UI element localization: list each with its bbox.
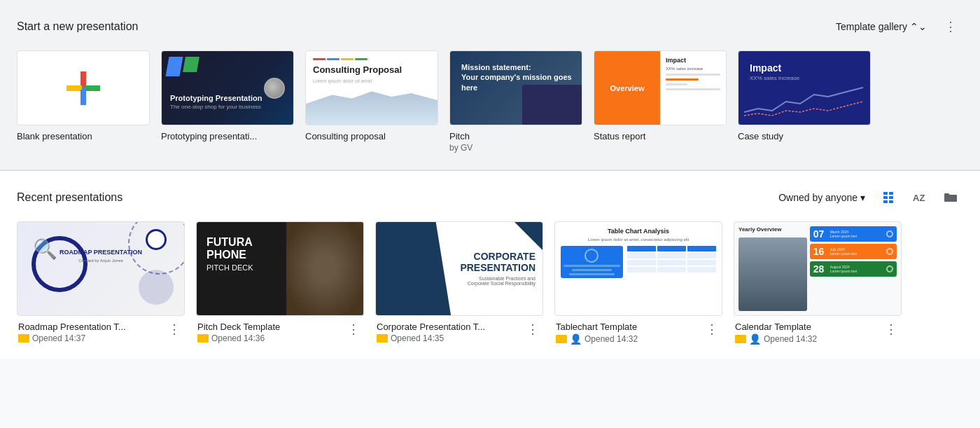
sort-button[interactable]: AZ bbox=[907, 185, 932, 210]
proto-medal bbox=[264, 78, 285, 99]
tc-cell-3-3 bbox=[687, 267, 716, 272]
roadmap-more-button[interactable]: ⋮ bbox=[165, 322, 183, 337]
tc-row-header bbox=[627, 246, 716, 251]
corp-sub-text: Sustainable Practices and Corporate Soci… bbox=[458, 276, 536, 286]
tc-cell-3-2 bbox=[657, 267, 686, 272]
consulting-title: Consulting Proposal bbox=[313, 64, 430, 76]
sort-icon: AZ bbox=[913, 192, 927, 203]
recent-corporate[interactable]: CORPORATE PRESENTATION Sustainable Pract… bbox=[375, 221, 543, 345]
list-view-button[interactable] bbox=[876, 185, 902, 210]
corp-left-panel bbox=[376, 222, 451, 315]
more-options-icon: ⋮ bbox=[944, 19, 957, 34]
folder-icon bbox=[944, 191, 958, 204]
status-right-panel: Impact XX% sales increase bbox=[660, 51, 726, 125]
yearly-photo bbox=[738, 237, 807, 311]
yearly-more-button[interactable]: ⋮ bbox=[882, 322, 900, 337]
corporate-opened: Opened 14:35 bbox=[391, 333, 444, 343]
tablechart-info-left: Tablechart Template 👤 Opened 14:32 bbox=[556, 322, 638, 345]
status-thumb: Overview Impact XX% sales increase bbox=[594, 50, 727, 125]
svg-rect-4 bbox=[85, 85, 100, 91]
case-impact-sub: XX% sales increase bbox=[750, 75, 799, 81]
status-label: Status report bbox=[594, 131, 727, 141]
template-gallery-button[interactable]: Template gallery ⌃⌄ bbox=[830, 17, 932, 36]
bottom-header: Recent presentations Owned by anyone ▾ bbox=[17, 185, 963, 210]
yearly-meta: 👤 Opened 14:32 bbox=[735, 333, 817, 345]
proto-shape-green bbox=[183, 57, 200, 72]
roadmap-title-text: Roadmap Presentation T... bbox=[18, 322, 126, 332]
recent-yearly[interactable]: Yearly Overview 07 March 2024Lorem ipsum… bbox=[734, 221, 902, 345]
top-section: Start a new presentation Template galler… bbox=[0, 0, 980, 170]
tc-cell-1-1 bbox=[627, 253, 656, 258]
recent-tablechart[interactable]: Table Chart Analysis Lorem ipsum dolor s… bbox=[554, 221, 722, 345]
blank-thumb bbox=[17, 50, 150, 125]
more-options-button[interactable]: ⋮ bbox=[938, 14, 963, 39]
roadmap-sub: Created by Anjun Jones bbox=[18, 258, 184, 263]
corporate-info: Corporate Presentation T... Opened 14:35… bbox=[375, 322, 543, 343]
case-chart-svg bbox=[744, 84, 863, 119]
slides-icon-tablechart bbox=[556, 335, 567, 343]
tc-cell-1-2 bbox=[657, 253, 686, 258]
consulting-label: Consulting proposal bbox=[305, 131, 438, 141]
roadmap-meta: Opened 14:37 bbox=[18, 333, 126, 343]
blank-label: Blank presentation bbox=[17, 131, 150, 141]
pitchdeck-meta: Opened 14:36 bbox=[197, 333, 280, 343]
roadmap-opened: Opened 14:37 bbox=[32, 333, 85, 343]
pitchdeck-more-button[interactable]: ⋮ bbox=[344, 322, 363, 337]
svg-rect-7 bbox=[889, 192, 893, 195]
yearly-card-07: 07 March 2024Lorem ipsum text bbox=[810, 226, 897, 242]
template-status[interactable]: Overview Impact XX% sales increase Statu… bbox=[594, 50, 727, 153]
tc-cell-3-1 bbox=[627, 267, 656, 272]
tablechart-meta: 👤 Opened 14:32 bbox=[556, 333, 638, 345]
yearly-card-28: 28 August 2024Lorem ipsum text bbox=[810, 261, 897, 277]
tc-cell-2-1 bbox=[627, 260, 656, 265]
corporate-info-left: Corporate Presentation T... Opened 14:35 bbox=[377, 322, 485, 343]
corporate-more-button[interactable]: ⋮ bbox=[524, 322, 542, 337]
yearly-num-16: 16 bbox=[813, 246, 827, 257]
roadmap-circle-dot bbox=[139, 270, 174, 305]
recent-grid: 🔍 ROADMAP PRESENTATION Created by Anjun … bbox=[17, 221, 963, 345]
roadmap-title: ROADMAP PRESENTATION bbox=[18, 249, 184, 256]
bar-red bbox=[313, 58, 326, 60]
pitchdeck-title-text: FUTURAPHONEPITCH DECK bbox=[206, 236, 253, 273]
templates-grid: Blank presentation Prototyping Presentat… bbox=[17, 50, 963, 153]
template-pitch[interactable]: Mission statement: Your company's missio… bbox=[449, 50, 582, 153]
template-casestudy[interactable]: Impact XX% sales increase Case study bbox=[738, 50, 871, 153]
slides-icon-corporate bbox=[377, 334, 388, 343]
svg-rect-9 bbox=[889, 196, 893, 199]
roadmap-circle-small bbox=[146, 229, 167, 250]
pitchdeck-subtitle-text: PITCH DECK bbox=[206, 263, 253, 272]
slides-icon-yearly bbox=[735, 335, 746, 343]
yearly-card-16-text: July 2024Lorem ipsum text bbox=[830, 247, 857, 256]
template-prototyping[interactable]: Prototyping Presentation The one-stop sh… bbox=[161, 50, 294, 153]
svg-rect-11 bbox=[889, 200, 893, 203]
yearly-card-28-text: August 2024Lorem ipsum text bbox=[830, 265, 857, 274]
folder-view-button[interactable] bbox=[938, 185, 963, 210]
pitchdeck-title-label: Pitch Deck Template bbox=[197, 322, 280, 332]
recent-roadmap[interactable]: 🔍 ROADMAP PRESENTATION Created by Anjun … bbox=[17, 221, 185, 345]
consulting-sub: Lorem ipsum dolor sit amet bbox=[313, 78, 430, 83]
status-impact-sub: XX% sales increase bbox=[666, 67, 720, 71]
pitchdeck-info: Pitch Deck Template Opened 14:36 ⋮ bbox=[196, 322, 364, 343]
yearly-card-07-text: March 2024Lorem ipsum text bbox=[830, 230, 857, 239]
template-blank[interactable]: Blank presentation bbox=[17, 50, 150, 153]
status-line-4 bbox=[666, 88, 720, 90]
template-consulting[interactable]: Consulting Proposal Lorem ipsum dolor si… bbox=[305, 50, 438, 153]
svg-rect-3 bbox=[66, 85, 82, 91]
yearly-photo-inner bbox=[738, 237, 807, 311]
status-line-2 bbox=[666, 78, 699, 81]
tablechart-more-button[interactable]: ⋮ bbox=[703, 322, 721, 337]
recent-pitchdeck[interactable]: FUTURAPHONEPITCH DECK Pitch Deck Templat… bbox=[196, 221, 364, 345]
tc-table bbox=[627, 246, 716, 278]
corporate-title-label: Corporate Presentation T... bbox=[377, 322, 485, 332]
prototyping-sub: The one-stop shop for your business bbox=[170, 104, 261, 110]
owned-by-filter[interactable]: Owned by anyone ▾ bbox=[773, 188, 871, 207]
status-left-panel: Overview bbox=[594, 51, 660, 125]
tc-content bbox=[561, 246, 716, 278]
prototyping-label: Prototyping presentati... bbox=[161, 131, 294, 141]
svg-rect-5 bbox=[80, 90, 86, 105]
prototyping-thumb: Prototyping Presentation The one-stop sh… bbox=[161, 50, 294, 125]
filter-arrow-icon: ▾ bbox=[860, 192, 865, 203]
case-impact-text: Impact bbox=[750, 62, 781, 74]
pitch-sublabel: by GV bbox=[449, 143, 582, 153]
owned-by-label: Owned by anyone bbox=[778, 192, 858, 203]
